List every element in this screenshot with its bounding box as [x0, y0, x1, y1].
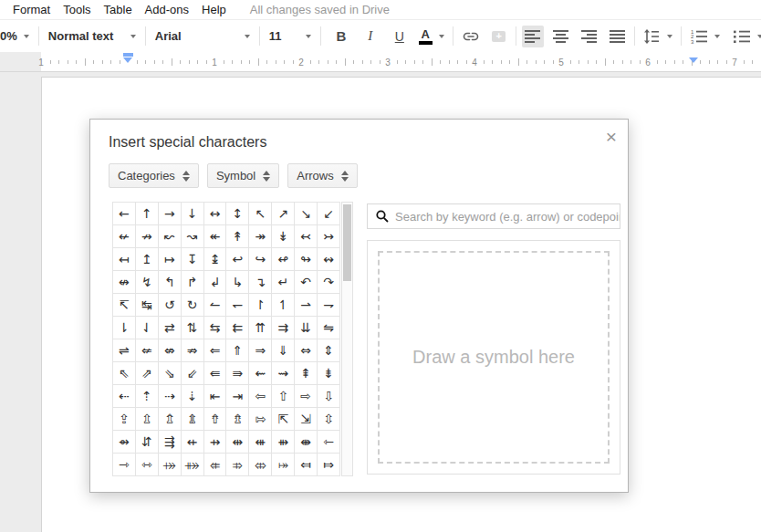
char-cell[interactable]: ⇽ [318, 431, 340, 454]
menu-tools[interactable]: Tools [63, 3, 100, 16]
char-cell[interactable]: ⇀ [295, 294, 318, 317]
italic-button[interactable]: I [360, 26, 381, 47]
char-cell[interactable]: ⇖ [113, 362, 136, 385]
char-cell[interactable]: ⇶ [159, 431, 182, 454]
char-cell[interactable]: ↯ [136, 271, 159, 294]
menu-table[interactable]: Table [104, 3, 142, 16]
char-cell[interactable]: ⇟ [318, 362, 340, 385]
char-cell[interactable]: ⇙ [182, 362, 204, 385]
char-cell[interactable]: ⇷ [182, 431, 204, 454]
char-cell[interactable]: ⇪ [113, 408, 136, 431]
search-input[interactable] [395, 210, 620, 224]
char-cell[interactable]: ↫ [272, 248, 295, 271]
char-cell[interactable]: ↑ [136, 203, 159, 225]
char-cell[interactable]: ⤂ [204, 454, 227, 476]
char-cell[interactable]: ↽ [226, 294, 249, 317]
char-cell[interactable]: ↾ [249, 294, 272, 317]
bold-button[interactable]: B [330, 26, 352, 47]
char-cell[interactable]: ⇻ [272, 431, 295, 454]
text-color-button[interactable]: A [416, 26, 447, 47]
char-cell[interactable]: ⇿ [136, 454, 159, 476]
char-cell[interactable]: ⇉ [272, 317, 295, 339]
insert-link-button[interactable] [459, 26, 483, 47]
char-cell[interactable]: ⇍ [136, 339, 159, 362]
char-cell[interactable]: ⇝ [272, 362, 295, 385]
char-cell[interactable]: ⇢ [159, 385, 182, 408]
char-cell[interactable]: ↘ [295, 203, 318, 225]
char-cell[interactable]: ↛ [136, 225, 159, 248]
char-cell[interactable]: ↱ [182, 271, 204, 294]
char-cell[interactable]: ⤆ [295, 454, 318, 476]
char-cell[interactable]: ⇃ [136, 317, 159, 339]
char-cell[interactable]: ↔ [204, 203, 227, 225]
char-cell[interactable]: ⇦ [249, 385, 272, 408]
char-cell[interactable]: ⇜ [249, 362, 272, 385]
align-left-button[interactable] [522, 26, 544, 47]
char-cell[interactable]: ↮ [113, 271, 136, 294]
char-cell[interactable]: ↠ [249, 225, 272, 248]
char-cell[interactable]: ↹ [136, 294, 159, 317]
char-cell[interactable]: ↷ [318, 271, 340, 294]
char-cell[interactable]: ⇳ [318, 408, 340, 431]
first-line-indent-marker[interactable] [123, 53, 133, 57]
char-cell[interactable]: ⇈ [249, 317, 272, 339]
menu-help[interactable]: Help [202, 3, 236, 16]
char-cell[interactable]: ↣ [318, 225, 340, 248]
char-cell[interactable]: ↺ [159, 294, 182, 317]
char-cell[interactable]: ↙ [318, 203, 340, 225]
char-cell[interactable]: ⇸ [204, 431, 227, 454]
char-cell[interactable]: ⇛ [226, 362, 249, 385]
char-cell[interactable]: ↿ [272, 294, 295, 317]
char-cell[interactable]: ⇱ [272, 408, 295, 431]
char-cell[interactable]: ⇴ [113, 431, 136, 454]
char-cell[interactable]: ⤇ [318, 454, 340, 476]
char-cell[interactable]: ⇒ [249, 339, 272, 362]
char-cell[interactable]: ↗ [272, 203, 295, 225]
char-cell[interactable]: ⤃ [226, 454, 249, 476]
char-cell[interactable]: ⇧ [272, 385, 295, 408]
char-cell[interactable]: ⇐ [204, 339, 227, 362]
char-cell[interactable]: ↵ [272, 271, 295, 294]
char-cell[interactable]: ⇌ [113, 339, 136, 362]
char-cell[interactable]: ⇾ [113, 454, 136, 476]
char-cell[interactable]: ⇞ [295, 362, 318, 385]
char-cell[interactable]: ⇓ [272, 339, 295, 362]
char-cell[interactable]: ↧ [182, 248, 204, 271]
paragraph-style-select[interactable]: Normal text [45, 26, 140, 46]
align-right-button[interactable] [579, 26, 600, 47]
char-cell[interactable]: ⤄ [249, 454, 272, 476]
left-indent-marker[interactable] [122, 53, 133, 63]
char-cell[interactable]: ⇩ [318, 385, 340, 408]
char-cell[interactable]: ⇄ [159, 317, 182, 339]
char-cell[interactable]: ↶ [295, 271, 318, 294]
align-center-button[interactable] [550, 26, 572, 47]
char-cell[interactable]: ⇰ [249, 408, 272, 431]
char-cell[interactable]: ↜ [159, 225, 182, 248]
char-cell[interactable]: ⇆ [204, 317, 227, 339]
char-cell[interactable]: ⇬ [159, 408, 182, 431]
char-cell[interactable]: ⇣ [182, 385, 204, 408]
char-cell[interactable]: ⇠ [113, 385, 136, 408]
char-cell[interactable]: ⇋ [318, 317, 340, 339]
char-cell[interactable]: ⇗ [136, 362, 159, 385]
line-spacing-button[interactable] [641, 26, 675, 47]
add-comment-button[interactable] [488, 26, 510, 47]
char-cell[interactable]: ↪ [249, 248, 272, 271]
symbol-dropdown[interactable]: Symbol [207, 163, 279, 188]
char-cell[interactable]: ↨ [204, 248, 227, 271]
zoom-select[interactable]: 0% [0, 26, 33, 46]
char-cell[interactable]: ⇨ [295, 385, 318, 408]
char-cell[interactable]: ⇤ [204, 385, 227, 408]
underline-button[interactable]: U [389, 26, 411, 47]
char-cell[interactable]: ⤁ [182, 454, 204, 476]
char-cell[interactable]: ↻ [182, 294, 204, 317]
char-cell[interactable]: ↦ [159, 248, 182, 271]
char-cell[interactable]: ⇮ [204, 408, 227, 431]
font-select[interactable]: Arial [151, 26, 254, 46]
char-cell[interactable]: ↲ [204, 271, 227, 294]
char-cell[interactable]: ↬ [295, 248, 318, 271]
menu-format[interactable]: Format [13, 3, 60, 16]
char-cell[interactable]: ← [113, 203, 136, 225]
right-indent-marker[interactable] [688, 57, 699, 63]
align-justify-button[interactable] [607, 26, 629, 47]
